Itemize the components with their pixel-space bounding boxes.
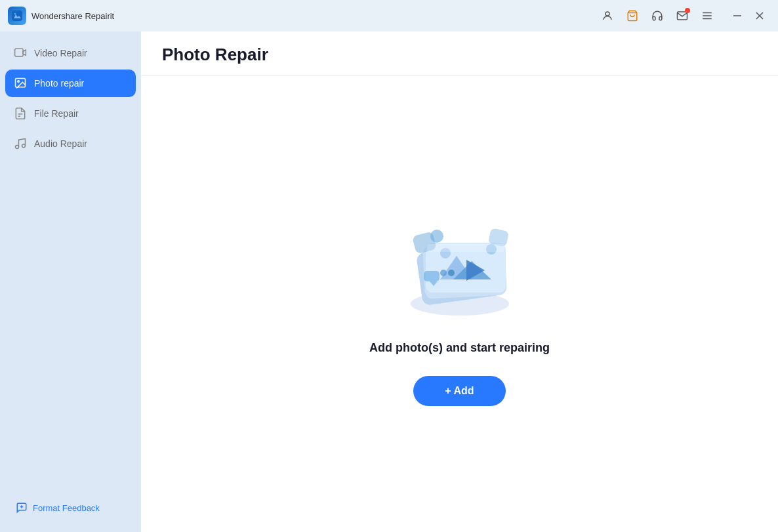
title-bar: Wondershare Repairit (0, 0, 778, 31)
format-feedback-button[interactable]: Format Feedback (8, 497, 133, 519)
svg-point-15 (16, 146, 19, 149)
content-subtitle: Add photo(s) and start repairing (369, 341, 550, 355)
svg-point-2 (605, 12, 609, 16)
sidebar-item-label-audio: Audio Repair (34, 138, 87, 149)
sidebar-item-file-repair[interactable]: File Repair (5, 100, 136, 127)
svg-point-12 (18, 81, 19, 83)
content-header: Photo Repair (141, 31, 778, 76)
main-layout: Video Repair Photo repair (0, 31, 778, 532)
feedback-icon (16, 502, 28, 514)
mail-badge (685, 8, 690, 13)
close-button[interactable] (749, 5, 770, 26)
content-area: Photo Repair (141, 31, 778, 532)
svg-point-28 (430, 230, 443, 243)
svg-point-1 (14, 13, 16, 15)
sidebar-footer: Format Feedback (5, 491, 136, 524)
add-button[interactable]: + Add (413, 376, 505, 406)
photo-repair-illustration (388, 202, 532, 320)
svg-point-16 (22, 144, 26, 148)
window-controls (727, 5, 770, 26)
title-bar-right (597, 5, 770, 26)
svg-rect-34 (424, 271, 440, 281)
svg-rect-11 (16, 79, 26, 87)
format-feedback-label: Format Feedback (33, 503, 100, 513)
sidebar-item-photo-repair[interactable]: Photo repair (5, 70, 136, 97)
audio-repair-icon (13, 136, 28, 151)
mail-button[interactable] (672, 5, 693, 26)
sidebar-item-label-video: Video Repair (34, 48, 87, 58)
svg-rect-31 (427, 244, 504, 252)
svg-rect-0 (12, 10, 22, 21)
svg-rect-10 (15, 49, 24, 56)
sidebar-item-video-repair[interactable]: Video Repair (5, 39, 136, 67)
account-button[interactable] (597, 5, 618, 26)
support-button[interactable] (647, 5, 668, 26)
minimize-button[interactable] (727, 5, 748, 26)
menu-button[interactable] (697, 5, 718, 26)
sidebar-nav: Video Repair Photo repair (5, 39, 136, 491)
sidebar-item-label-file: File Repair (34, 108, 79, 119)
sidebar-item-audio-repair[interactable]: Audio Repair (5, 130, 136, 157)
sidebar-item-label-photo: Photo repair (34, 78, 84, 89)
content-body: Add photo(s) and start repairing + Add (141, 76, 778, 532)
cart-button[interactable] (622, 5, 643, 26)
sidebar: Video Repair Photo repair (0, 31, 141, 532)
app-title: Wondershare Repairit (31, 11, 114, 21)
photo-repair-icon (13, 76, 28, 91)
svg-point-32 (440, 270, 447, 276)
title-bar-left: Wondershare Repairit (8, 7, 114, 25)
page-title: Photo Repair (162, 45, 757, 65)
svg-point-33 (448, 270, 455, 276)
file-repair-icon (13, 106, 28, 121)
app-icon (8, 7, 26, 25)
video-repair-icon (13, 46, 28, 60)
add-button-label: + Add (445, 385, 474, 397)
